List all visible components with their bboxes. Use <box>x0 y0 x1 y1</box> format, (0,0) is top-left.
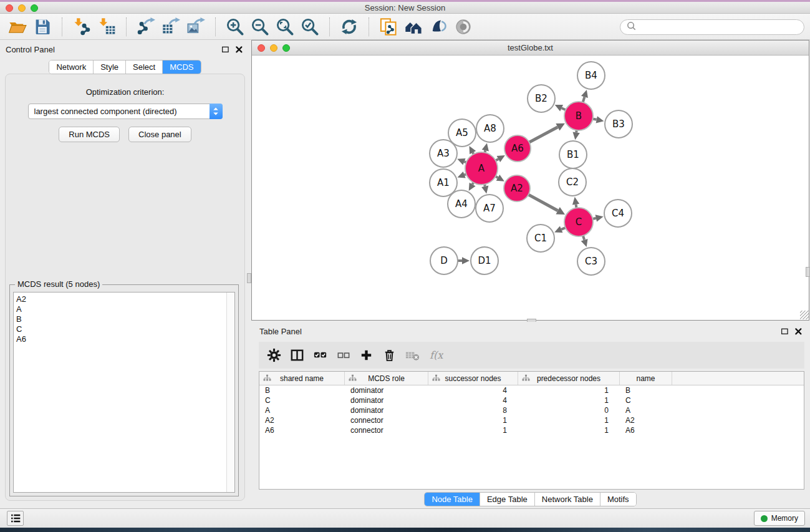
graph-node-A7[interactable]: A7 <box>476 195 503 222</box>
home-icon[interactable] <box>403 17 424 37</box>
memory-button[interactable]: Memory <box>754 511 805 526</box>
tab-mcds[interactable]: MCDS <box>163 60 200 74</box>
table-cell[interactable]: A2 <box>259 415 345 425</box>
table-row[interactable]: Bdominator41B <box>259 385 804 395</box>
graph-node-A2[interactable]: A2 <box>504 175 530 201</box>
float-panel-icon[interactable] <box>779 326 790 337</box>
split-divider-handle[interactable] <box>806 267 810 277</box>
export-image-icon[interactable] <box>185 17 206 37</box>
refresh-view-icon[interactable] <box>339 17 360 37</box>
tab-network[interactable]: Network <box>49 60 94 74</box>
table-cell[interactable]: 1 <box>428 425 518 435</box>
graph-node-C1[interactable]: C1 <box>527 225 554 252</box>
split-view-icon[interactable] <box>289 347 305 363</box>
close-panel-button[interactable]: Close panel <box>128 127 191 142</box>
tab-edge-table[interactable]: Edge Table <box>480 493 535 506</box>
open-session-icon[interactable] <box>7 17 28 37</box>
table-cell[interactable]: A6 <box>259 425 345 435</box>
add-column-icon[interactable] <box>359 347 374 363</box>
unselect-all-columns-icon[interactable] <box>335 347 351 363</box>
tab-style[interactable]: Style <box>94 60 126 74</box>
graph-edge-A6-B[interactable] <box>528 123 565 143</box>
graph-node-C3[interactable]: C3 <box>577 248 605 275</box>
table-row[interactable]: Cdominator41C <box>259 395 804 405</box>
task-history-button[interactable] <box>7 511 24 526</box>
table-cell[interactable]: A <box>620 405 672 415</box>
table-cell[interactable]: dominator <box>345 385 428 395</box>
minimize-view-button[interactable] <box>270 44 277 52</box>
settings-icon[interactable] <box>266 347 282 363</box>
mcds-result-item[interactable]: C <box>16 324 226 334</box>
graph-node-A[interactable]: A <box>465 152 498 185</box>
graph-node-A4[interactable]: A4 <box>448 190 475 218</box>
save-session-icon[interactable] <box>32 17 53 37</box>
function-builder-icon[interactable]: f(x) <box>428 347 443 363</box>
zoom-out-icon[interactable] <box>249 17 271 37</box>
close-window-button[interactable] <box>6 4 13 12</box>
mcds-result-item[interactable]: A6 <box>16 334 226 344</box>
column-header-predecessor-nodes[interactable]: predecessor nodes <box>518 372 620 385</box>
close-panel-icon[interactable] <box>793 326 804 337</box>
table-cell[interactable]: A6 <box>620 425 672 435</box>
column-header-successor-nodes[interactable]: successor nodes <box>428 372 518 385</box>
graph-node-B2[interactable]: B2 <box>528 85 555 112</box>
table-cell[interactable]: 1 <box>518 415 620 425</box>
table-cell[interactable]: dominator <box>345 405 428 415</box>
graph-node-C[interactable]: C <box>564 208 593 236</box>
split-divider-handle[interactable] <box>247 273 251 283</box>
graph-node-A3[interactable]: A3 <box>430 140 457 167</box>
table-cell[interactable]: C <box>259 395 345 405</box>
table-cell[interactable]: 1 <box>518 385 620 395</box>
import-network-icon[interactable] <box>71 17 92 37</box>
column-header-shared-name[interactable]: shared name <box>259 372 345 385</box>
table-cell[interactable]: 0 <box>518 405 620 415</box>
result-list-scrollbar[interactable] <box>226 293 234 492</box>
graph-node-B1[interactable]: B1 <box>559 141 587 168</box>
graph-edge-A2-C[interactable] <box>527 194 565 215</box>
graph-node-A8[interactable]: A8 <box>476 115 504 142</box>
column-header-MCDS-role[interactable]: MCDS role <box>345 372 428 385</box>
table-cell[interactable]: A <box>259 405 345 415</box>
table-cell[interactable]: dominator <box>345 395 428 405</box>
zoom-window-button[interactable] <box>31 4 38 12</box>
table-cell[interactable]: 4 <box>428 385 518 395</box>
mcds-result-item[interactable]: A2 <box>16 294 226 304</box>
tab-motifs[interactable]: Motifs <box>600 493 636 506</box>
zoom-view-button[interactable] <box>282 44 290 52</box>
graph-node-B3[interactable]: B3 <box>605 110 632 138</box>
table-cell[interactable]: C <box>620 395 672 405</box>
table-row[interactable]: A2connector11A2 <box>259 415 804 425</box>
table-cell[interactable]: 1 <box>518 425 620 435</box>
zoom-selected-icon[interactable] <box>299 17 321 37</box>
import-table-icon[interactable] <box>96 17 117 37</box>
select-stepper-icon[interactable] <box>210 104 223 119</box>
table-cell[interactable]: A2 <box>620 415 672 425</box>
delete-table-icon[interactable] <box>405 347 420 363</box>
close-panel-icon[interactable] <box>233 44 244 55</box>
zoom-in-icon[interactable] <box>224 17 246 37</box>
mcds-result-item[interactable]: B <box>16 314 226 324</box>
column-header-name[interactable]: name <box>620 372 672 385</box>
table-cell[interactable]: 1 <box>428 415 518 425</box>
table-cell[interactable]: connector <box>345 425 428 435</box>
graph-node-A6[interactable]: A6 <box>504 135 531 162</box>
tab-select[interactable]: Select <box>126 60 163 74</box>
graph-node-B[interactable]: B <box>564 102 593 130</box>
style-toggle-icon[interactable] <box>428 17 449 37</box>
tab-node-table[interactable]: Node Table <box>425 493 480 506</box>
table-cell[interactable]: 1 <box>518 395 620 405</box>
mcds-result-item[interactable]: A <box>16 304 226 314</box>
float-panel-icon[interactable] <box>219 44 231 55</box>
export-network-icon[interactable] <box>135 17 157 37</box>
show-graphics-details-icon[interactable] <box>453 17 474 37</box>
table-row[interactable]: A6connector11A6 <box>259 425 804 435</box>
graph-node-D[interactable]: D <box>430 247 458 274</box>
table-cell[interactable]: connector <box>345 415 428 425</box>
network-from-selection-icon[interactable] <box>378 17 399 37</box>
network-graph[interactable]: B4B2BB3A8A5A6A3B1AA1C2A2A4A7C4CC1C3DD1 <box>252 56 809 319</box>
export-table-icon[interactable] <box>160 17 181 37</box>
search-input[interactable] <box>637 21 804 34</box>
graph-node-B4[interactable]: B4 <box>577 62 605 89</box>
graph-node-A1[interactable]: A1 <box>430 169 457 196</box>
table-cell[interactable]: B <box>620 385 672 395</box>
